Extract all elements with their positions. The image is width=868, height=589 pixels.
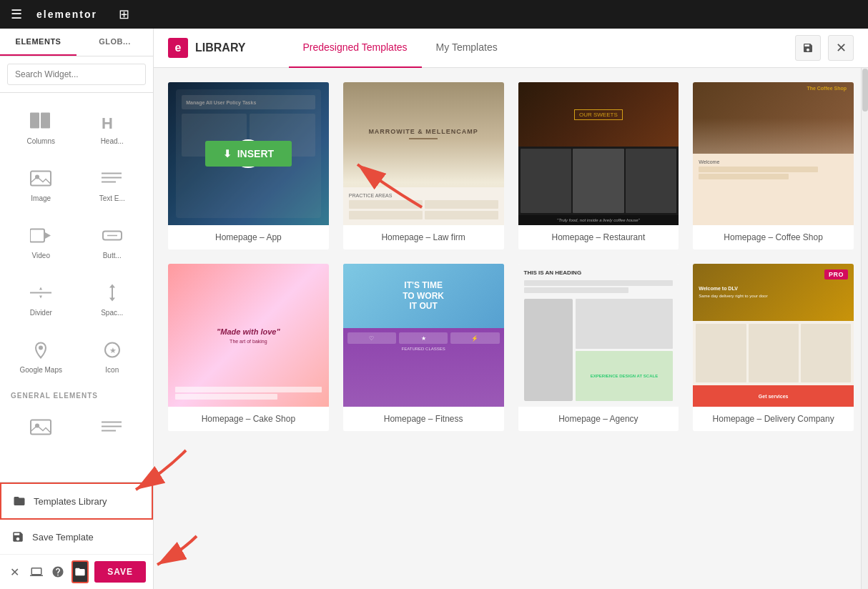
left-bottom-bar: Templates Library Save Template ✕ SAVE [0, 482, 153, 589]
template-name-agency: Homepage – Agency [518, 407, 679, 431]
svg-rect-21 [31, 420, 51, 434]
template-coffee[interactable]: PRO The Coffee Shop Welcome Homepage – C… [693, 82, 854, 249]
template-thumb-agency: THIS IS AN HEADING EXPERIENCE DESIGN AT … [518, 264, 679, 407]
tab-elements[interactable]: ELEMENTS [0, 29, 77, 56]
panel-tabs: ELEMENTS GLOB... [0, 29, 153, 56]
save-template-menu-item[interactable]: Save Template [0, 520, 153, 555]
action-bar: ✕ SAVE [0, 555, 153, 589]
search-input[interactable] [7, 64, 146, 85]
video-icon [26, 223, 55, 248]
template-name-app: Homepage – App [168, 225, 329, 249]
save-button[interactable]: SAVE [94, 561, 146, 583]
library-save-button[interactable] [795, 35, 821, 61]
video-label: Video [32, 252, 50, 259]
scrollbar-track [861, 68, 868, 589]
template-thumb-law: MARROWITE & MELLENCAMP PRACTICE AREAS [343, 82, 504, 225]
heading-label: Head... [101, 137, 124, 145]
svg-text:★: ★ [109, 345, 117, 354]
widget-video[interactable]: Video [7, 214, 75, 268]
svg-marker-16 [109, 284, 115, 287]
widget-maps[interactable]: Google Maps [7, 329, 75, 382]
templates-library-menu-item[interactable]: Templates Library [0, 482, 153, 520]
template-thumb-cake: "Made with love" The art of baking [168, 264, 329, 407]
templates-grid: Manage All User Policy Tasks + [168, 82, 854, 431]
search-widget-container [0, 56, 153, 93]
svg-marker-14 [39, 295, 42, 298]
widget-grid: Columns H Head... Image Text E... [0, 93, 153, 482]
widget-icon[interactable]: ★ Icon [79, 329, 147, 382]
template-name-coffee: Homepage – Coffee Shop [693, 225, 854, 249]
image-label: Image [31, 194, 51, 202]
left-panel: ELEMENTS GLOB... Columns H Head... Image [0, 29, 154, 589]
template-name-restaurant: Homepage – Restaurant [518, 225, 679, 249]
template-law[interactable]: MARROWITE & MELLENCAMP PRACTICE AREAS [343, 82, 504, 249]
template-restaurant[interactable]: OUR SWEETS "Truly food, not inside a liv… [518, 82, 679, 249]
widget-columns[interactable]: Columns [7, 100, 75, 154]
library-header: e LIBRARY Predesigned Templates My Templ… [154, 29, 868, 68]
widget-text[interactable]: Text E... [79, 157, 147, 211]
grid-icon[interactable]: ⊞ [119, 6, 129, 22]
svg-marker-13 [39, 287, 42, 289]
general-image-icon [26, 415, 55, 440]
text-icon [98, 166, 127, 191]
template-app[interactable]: Manage All User Policy Tasks + [168, 82, 329, 249]
library-close-button[interactable]: ✕ [828, 35, 854, 61]
icon-widget-icon: ★ [98, 337, 127, 362]
templates-library-label: Templates Library [34, 496, 107, 507]
help-icon[interactable] [50, 561, 66, 583]
template-name-law: Homepage – Law firm [343, 225, 504, 249]
button-label: Butt... [103, 252, 122, 259]
svg-marker-17 [109, 297, 115, 301]
library-content: Manage All User Policy Tasks + [154, 68, 868, 589]
library-logo: e [168, 38, 188, 58]
icon-label: Icon [105, 366, 119, 374]
save-menu-icon [11, 530, 25, 544]
text-label: Text E... [99, 194, 125, 202]
svg-rect-1 [41, 112, 50, 128]
hamburger-icon[interactable]: ☰ [11, 6, 22, 22]
library-title: LIBRARY [195, 41, 246, 54]
scrollbar-thumb[interactable] [862, 69, 868, 112]
template-thumb-restaurant: OUR SWEETS "Truly food, not inside a liv… [518, 82, 679, 225]
svg-point-18 [39, 345, 43, 350]
heading-icon: H [98, 109, 127, 134]
spacer-icon [98, 280, 127, 305]
tab-predesigned[interactable]: Predesigned Templates [289, 29, 422, 68]
insert-button[interactable]: ⬇ INSERT [205, 141, 292, 167]
library-tabs: Predesigned Templates My Templates [289, 29, 512, 68]
device-icon[interactable] [29, 561, 44, 583]
pro-badge-delivery: PRO [824, 269, 848, 279]
image-icon [26, 166, 55, 191]
template-fitness[interactable]: IT'S TIMETO WORKIT OUT ♡ ★ ⚡ [343, 264, 504, 431]
close-action-icon[interactable]: ✕ [7, 561, 23, 583]
template-agency[interactable]: THIS IS AN HEADING EXPERIENCE DESIGN AT … [518, 264, 679, 431]
general-elements-label: GENERAL ELEMENTS [7, 386, 146, 402]
maps-label: Google Maps [20, 366, 62, 374]
folder-action-icon[interactable] [71, 560, 89, 583]
widget-heading[interactable]: H Head... [79, 100, 147, 154]
widget-general-2[interactable] [79, 406, 147, 452]
template-thumb-delivery: Welcome to DLVSame day delivery right to… [693, 264, 854, 407]
svg-text:H: H [102, 114, 113, 132]
svg-rect-8 [30, 229, 44, 242]
columns-icon [26, 109, 55, 134]
maps-icon [26, 337, 55, 362]
svg-marker-9 [44, 232, 51, 239]
spacer-label: Spac... [101, 309, 123, 317]
template-cake[interactable]: PRO "Made with love" The art of baking H… [168, 264, 329, 431]
columns-label: Columns [27, 137, 55, 145]
tab-my-templates[interactable]: My Templates [422, 29, 512, 68]
template-delivery[interactable]: PRO Welcome to DLVSame day delivery righ… [693, 264, 854, 431]
library-modal: e LIBRARY Predesigned Templates My Templ… [154, 29, 868, 589]
elementor-logo: elementor [36, 9, 97, 20]
widget-divider[interactable]: Divider [7, 272, 75, 325]
template-thumb-fitness: IT'S TIMETO WORKIT OUT ♡ ★ ⚡ [343, 264, 504, 407]
widget-general-1[interactable] [7, 406, 75, 452]
widget-image[interactable]: Image [7, 157, 75, 211]
button-icon [98, 223, 127, 248]
widget-button[interactable]: Butt... [79, 214, 147, 268]
divider-icon [26, 280, 55, 305]
svg-rect-0 [30, 112, 39, 128]
tab-global[interactable]: GLOB... [77, 29, 153, 56]
widget-spacer[interactable]: Spac... [79, 272, 147, 325]
